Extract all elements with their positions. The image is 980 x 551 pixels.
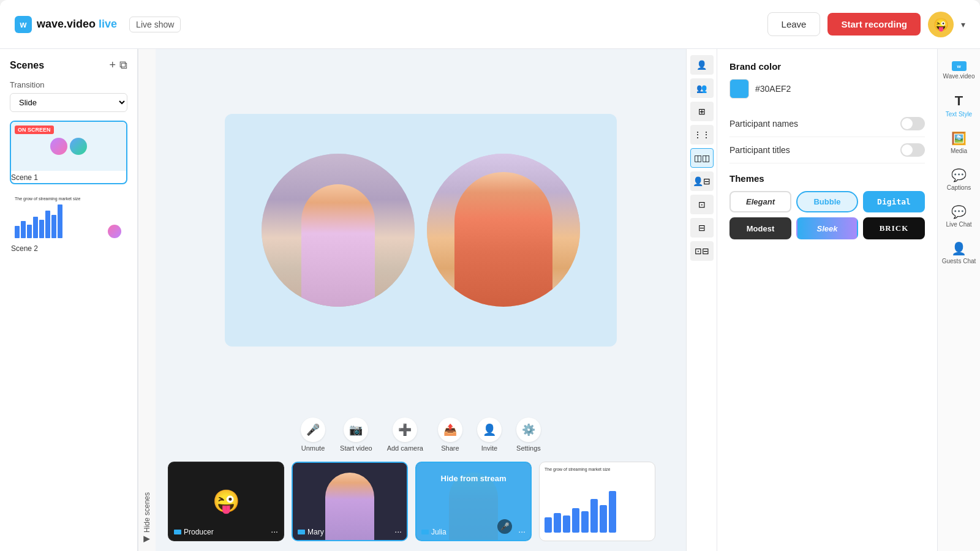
stage-julia-inner bbox=[427, 154, 580, 307]
scene-card-2[interactable]: The grow of streaming market size Scene bbox=[10, 192, 127, 255]
panel-tool-captions[interactable]: 💬 Captions bbox=[938, 162, 980, 197]
scene2-chart: The grow of streaming market size bbox=[540, 462, 655, 541]
julia-mic-icon: 🎤 bbox=[497, 519, 512, 534]
hide-scenes-toggle[interactable]: ◀ Hide scenes bbox=[138, 49, 156, 551]
themes-grid: Elegant Bubble Digital Modest Sleek BRIC… bbox=[729, 191, 925, 239]
start-video-label: Start video bbox=[340, 444, 372, 452]
unmute-button[interactable]: 🎤 Unmute bbox=[301, 418, 325, 452]
panel-tool-media[interactable]: 🖼️ Media bbox=[938, 125, 980, 160]
layout-two[interactable]: 👥 bbox=[690, 78, 714, 98]
theme-elegant-button[interactable]: Elegant bbox=[729, 191, 791, 212]
copy-scene-button[interactable]: ⧉ bbox=[119, 59, 127, 72]
scene-2-preview: The grow of streaming market size bbox=[11, 193, 126, 242]
participant-names-label: Participant names bbox=[729, 119, 798, 129]
user-avatar-button[interactable]: 😜 bbox=[928, 12, 954, 37]
media-label: Media bbox=[951, 148, 967, 154]
participant-titles-row: Participant titles bbox=[729, 137, 925, 163]
logo-text: wave.video live bbox=[37, 18, 117, 31]
participant-titles-toggle[interactable] bbox=[900, 143, 925, 157]
color-swatch[interactable] bbox=[729, 79, 749, 99]
mary-label: Mary bbox=[298, 528, 324, 536]
layout-grid3[interactable]: ⋮⋮ bbox=[690, 125, 714, 144]
live-chat-label: Live Chat bbox=[946, 221, 971, 228]
transition-select[interactable]: Slide Fade Cut bbox=[10, 93, 127, 112]
add-scene-button[interactable]: + bbox=[109, 59, 116, 72]
start-video-button[interactable]: 📷 Start video bbox=[340, 418, 372, 452]
chart-bar bbox=[581, 511, 589, 533]
user-menu-chevron[interactable]: ▾ bbox=[961, 20, 965, 29]
julia-cam-icon bbox=[421, 530, 429, 534]
chart-bar bbox=[545, 517, 552, 533]
hide-scenes-label: Hide scenes bbox=[143, 492, 151, 533]
theme-sleek-button[interactable]: Sleek bbox=[796, 217, 858, 239]
guests-chat-label: Guests Chat bbox=[942, 258, 976, 264]
participant-card-mary: Mary ··· bbox=[292, 462, 408, 541]
participant-card-julia: Hide from stream 🎤 Julia ··· bbox=[415, 462, 532, 541]
theme-digital-button[interactable]: Digital bbox=[863, 191, 925, 212]
microphone-icon: 🎤 bbox=[301, 418, 325, 442]
scene2-participant-card: The grow of streaming market size bbox=[539, 462, 655, 541]
sidebar-header: Scenes + ⧉ bbox=[10, 59, 127, 72]
producer-more-button[interactable]: ··· bbox=[271, 527, 278, 536]
color-hex-value: #30AEF2 bbox=[755, 84, 791, 94]
panel-tool-wave[interactable]: w Wave.video bbox=[938, 55, 980, 86]
leave-button[interactable]: Leave bbox=[767, 12, 821, 36]
unmute-label: Unmute bbox=[301, 444, 325, 452]
scene-1-label: Scene 1 bbox=[11, 171, 126, 183]
settings-button[interactable]: ⚙️ Settings bbox=[516, 418, 541, 452]
layout-single[interactable]: 👤 bbox=[690, 55, 714, 75]
invite-icon: 👤 bbox=[477, 418, 502, 442]
layout-side-by-side[interactable]: ◫◫ bbox=[690, 148, 714, 168]
layout-pip[interactable]: ⊡⊟ bbox=[690, 241, 714, 261]
theme-bubble-button[interactable]: Bubble bbox=[796, 191, 858, 212]
scene-circle-1 bbox=[50, 138, 67, 155]
layout-overlay[interactable]: ⊡ bbox=[690, 195, 714, 214]
logo: w wave.video live bbox=[15, 16, 117, 33]
invite-button[interactable]: 👤 Invite bbox=[477, 418, 502, 452]
theme-modest-button[interactable]: Modest bbox=[729, 217, 791, 239]
layout-custom[interactable]: ⊟ bbox=[690, 218, 714, 238]
julia-more-button[interactable]: ··· bbox=[518, 527, 526, 536]
share-button[interactable]: 📤 Share bbox=[438, 418, 462, 452]
settings-icon: ⚙️ bbox=[516, 418, 541, 442]
right-panel: Brand color #30AEF2 Participant names Pa… bbox=[717, 49, 937, 551]
scene-1-preview: ON SCREEN bbox=[11, 122, 126, 171]
hide-from-stream-text: Hide from stream bbox=[441, 474, 507, 483]
camera-icon: 📷 bbox=[344, 418, 368, 442]
panel-tool-live-chat[interactable]: 💬 Live Chat bbox=[938, 198, 980, 234]
stage-inner bbox=[225, 114, 617, 347]
add-camera-button[interactable]: ➕ Add camera bbox=[387, 418, 423, 452]
scene-circle-2 bbox=[70, 138, 87, 155]
start-recording-button[interactable]: Start recording bbox=[827, 13, 921, 36]
layout-featured[interactable]: 👤⊟ bbox=[690, 171, 714, 191]
layout-grid2x2[interactable]: ⊞ bbox=[690, 102, 714, 121]
live-chat-icon: 💬 bbox=[951, 204, 967, 219]
settings-label: Settings bbox=[516, 444, 541, 452]
scene-2-content: The grow of streaming market size bbox=[11, 193, 126, 242]
live-show-badge: Live show bbox=[129, 17, 181, 32]
header-right: Leave Start recording 😜 ▾ bbox=[767, 12, 965, 37]
mary-more-button[interactable]: ··· bbox=[394, 527, 402, 536]
stage-participant-julia bbox=[427, 154, 580, 307]
scene-layouts-panel: 👤 👥 ⊞ ⋮⋮ ◫◫ 👤⊟ ⊡ ⊟ ⊡⊟ bbox=[686, 49, 717, 551]
scene-card-1[interactable]: ON SCREEN Scene 1 bbox=[10, 121, 127, 184]
toggle-knob bbox=[902, 118, 913, 129]
theme-brick-button[interactable]: BRICK bbox=[863, 217, 925, 239]
toggle-knob-2 bbox=[902, 144, 913, 156]
stage-mary-inner bbox=[262, 154, 415, 307]
scene-1-circles bbox=[50, 138, 87, 155]
panel-tool-text-style[interactable]: T Text Style bbox=[938, 87, 980, 124]
share-icon: 📤 bbox=[438, 418, 462, 442]
wave-logo-icon: w bbox=[15, 16, 32, 33]
participant-titles-label: Participant titles bbox=[729, 145, 790, 155]
chart-bars bbox=[545, 484, 650, 533]
media-toolbar: 🎤 Unmute 📷 Start video ➕ Add camera 📤 Sh… bbox=[156, 411, 686, 462]
chart-bar bbox=[563, 515, 570, 533]
invite-label: Invite bbox=[481, 444, 497, 452]
share-label: Share bbox=[441, 444, 459, 452]
chart-bar bbox=[609, 491, 616, 533]
participant-names-toggle[interactable] bbox=[900, 117, 925, 130]
panel-tool-guests-chat[interactable]: 👤 Guests Chat bbox=[938, 235, 980, 271]
scenes-title: Scenes bbox=[10, 60, 44, 71]
sidebar-actions: + ⧉ bbox=[109, 59, 127, 72]
